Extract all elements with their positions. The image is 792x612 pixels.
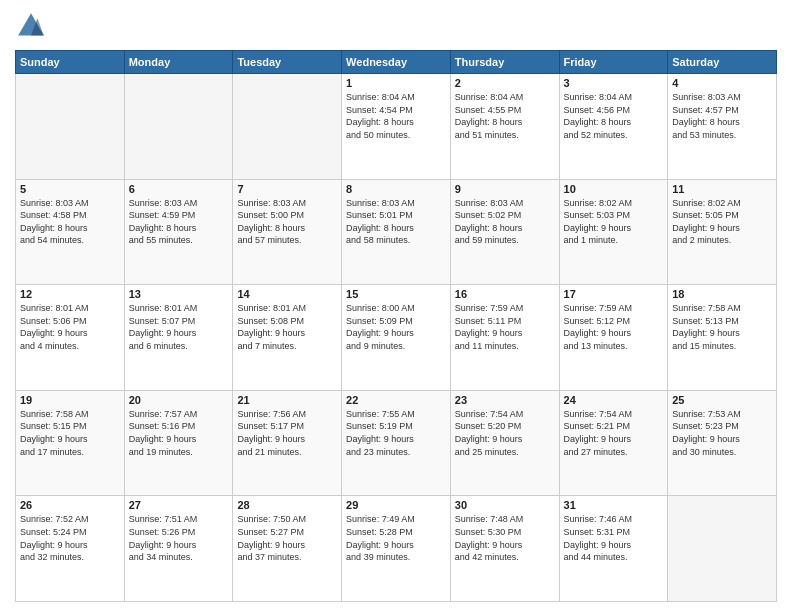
day-info: Sunrise: 8:01 AM Sunset: 5:08 PM Dayligh… (237, 302, 337, 352)
day-number: 7 (237, 183, 337, 195)
day-cell: 6Sunrise: 8:03 AM Sunset: 4:59 PM Daylig… (124, 179, 233, 285)
day-cell: 3Sunrise: 8:04 AM Sunset: 4:56 PM Daylig… (559, 74, 668, 180)
day-info: Sunrise: 7:51 AM Sunset: 5:26 PM Dayligh… (129, 513, 229, 563)
weekday-header-tuesday: Tuesday (233, 51, 342, 74)
page: SundayMondayTuesdayWednesdayThursdayFrid… (0, 0, 792, 612)
day-cell: 14Sunrise: 8:01 AM Sunset: 5:08 PM Dayli… (233, 285, 342, 391)
day-number: 31 (564, 499, 664, 511)
day-info: Sunrise: 8:03 AM Sunset: 5:00 PM Dayligh… (237, 197, 337, 247)
header (15, 10, 777, 42)
day-info: Sunrise: 8:01 AM Sunset: 5:06 PM Dayligh… (20, 302, 120, 352)
day-cell: 30Sunrise: 7:48 AM Sunset: 5:30 PM Dayli… (450, 496, 559, 602)
day-info: Sunrise: 8:01 AM Sunset: 5:07 PM Dayligh… (129, 302, 229, 352)
day-number: 2 (455, 77, 555, 89)
day-number: 24 (564, 394, 664, 406)
day-cell: 9Sunrise: 8:03 AM Sunset: 5:02 PM Daylig… (450, 179, 559, 285)
day-info: Sunrise: 8:03 AM Sunset: 4:57 PM Dayligh… (672, 91, 772, 141)
day-cell: 20Sunrise: 7:57 AM Sunset: 5:16 PM Dayli… (124, 390, 233, 496)
weekday-header-sunday: Sunday (16, 51, 125, 74)
weekday-header-wednesday: Wednesday (342, 51, 451, 74)
day-info: Sunrise: 8:03 AM Sunset: 5:02 PM Dayligh… (455, 197, 555, 247)
day-cell: 27Sunrise: 7:51 AM Sunset: 5:26 PM Dayli… (124, 496, 233, 602)
day-number: 27 (129, 499, 229, 511)
day-number: 30 (455, 499, 555, 511)
day-info: Sunrise: 8:04 AM Sunset: 4:54 PM Dayligh… (346, 91, 446, 141)
day-number: 19 (20, 394, 120, 406)
logo (15, 10, 51, 42)
day-info: Sunrise: 8:03 AM Sunset: 4:58 PM Dayligh… (20, 197, 120, 247)
day-info: Sunrise: 8:04 AM Sunset: 4:55 PM Dayligh… (455, 91, 555, 141)
day-info: Sunrise: 8:02 AM Sunset: 5:03 PM Dayligh… (564, 197, 664, 247)
day-number: 1 (346, 77, 446, 89)
day-cell: 13Sunrise: 8:01 AM Sunset: 5:07 PM Dayli… (124, 285, 233, 391)
day-info: Sunrise: 7:52 AM Sunset: 5:24 PM Dayligh… (20, 513, 120, 563)
day-cell: 26Sunrise: 7:52 AM Sunset: 5:24 PM Dayli… (16, 496, 125, 602)
weekday-header-saturday: Saturday (668, 51, 777, 74)
day-number: 12 (20, 288, 120, 300)
day-number: 8 (346, 183, 446, 195)
day-cell: 10Sunrise: 8:02 AM Sunset: 5:03 PM Dayli… (559, 179, 668, 285)
day-cell: 7Sunrise: 8:03 AM Sunset: 5:00 PM Daylig… (233, 179, 342, 285)
day-info: Sunrise: 7:57 AM Sunset: 5:16 PM Dayligh… (129, 408, 229, 458)
day-number: 6 (129, 183, 229, 195)
day-info: Sunrise: 7:59 AM Sunset: 5:12 PM Dayligh… (564, 302, 664, 352)
week-row-1: 1Sunrise: 8:04 AM Sunset: 4:54 PM Daylig… (16, 74, 777, 180)
day-cell: 4Sunrise: 8:03 AM Sunset: 4:57 PM Daylig… (668, 74, 777, 180)
day-info: Sunrise: 7:48 AM Sunset: 5:30 PM Dayligh… (455, 513, 555, 563)
day-number: 4 (672, 77, 772, 89)
day-number: 5 (20, 183, 120, 195)
day-info: Sunrise: 7:58 AM Sunset: 5:15 PM Dayligh… (20, 408, 120, 458)
day-number: 3 (564, 77, 664, 89)
day-cell: 8Sunrise: 8:03 AM Sunset: 5:01 PM Daylig… (342, 179, 451, 285)
calendar-table: SundayMondayTuesdayWednesdayThursdayFrid… (15, 50, 777, 602)
weekday-header-friday: Friday (559, 51, 668, 74)
day-cell: 2Sunrise: 8:04 AM Sunset: 4:55 PM Daylig… (450, 74, 559, 180)
day-cell (16, 74, 125, 180)
day-number: 18 (672, 288, 772, 300)
day-cell: 1Sunrise: 8:04 AM Sunset: 4:54 PM Daylig… (342, 74, 451, 180)
day-number: 14 (237, 288, 337, 300)
week-row-4: 19Sunrise: 7:58 AM Sunset: 5:15 PM Dayli… (16, 390, 777, 496)
weekday-header-thursday: Thursday (450, 51, 559, 74)
day-cell: 17Sunrise: 7:59 AM Sunset: 5:12 PM Dayli… (559, 285, 668, 391)
day-info: Sunrise: 7:46 AM Sunset: 5:31 PM Dayligh… (564, 513, 664, 563)
day-info: Sunrise: 8:04 AM Sunset: 4:56 PM Dayligh… (564, 91, 664, 141)
day-number: 16 (455, 288, 555, 300)
day-info: Sunrise: 8:03 AM Sunset: 5:01 PM Dayligh… (346, 197, 446, 247)
weekday-header-monday: Monday (124, 51, 233, 74)
day-number: 17 (564, 288, 664, 300)
day-info: Sunrise: 7:53 AM Sunset: 5:23 PM Dayligh… (672, 408, 772, 458)
day-cell: 24Sunrise: 7:54 AM Sunset: 5:21 PM Dayli… (559, 390, 668, 496)
day-cell: 5Sunrise: 8:03 AM Sunset: 4:58 PM Daylig… (16, 179, 125, 285)
day-info: Sunrise: 8:00 AM Sunset: 5:09 PM Dayligh… (346, 302, 446, 352)
day-cell: 29Sunrise: 7:49 AM Sunset: 5:28 PM Dayli… (342, 496, 451, 602)
day-cell: 11Sunrise: 8:02 AM Sunset: 5:05 PM Dayli… (668, 179, 777, 285)
day-cell: 22Sunrise: 7:55 AM Sunset: 5:19 PM Dayli… (342, 390, 451, 496)
day-number: 29 (346, 499, 446, 511)
day-number: 21 (237, 394, 337, 406)
day-number: 25 (672, 394, 772, 406)
day-cell: 15Sunrise: 8:00 AM Sunset: 5:09 PM Dayli… (342, 285, 451, 391)
day-info: Sunrise: 7:50 AM Sunset: 5:27 PM Dayligh… (237, 513, 337, 563)
day-info: Sunrise: 7:56 AM Sunset: 5:17 PM Dayligh… (237, 408, 337, 458)
day-number: 15 (346, 288, 446, 300)
day-cell: 23Sunrise: 7:54 AM Sunset: 5:20 PM Dayli… (450, 390, 559, 496)
day-info: Sunrise: 7:54 AM Sunset: 5:21 PM Dayligh… (564, 408, 664, 458)
day-info: Sunrise: 8:03 AM Sunset: 4:59 PM Dayligh… (129, 197, 229, 247)
day-number: 28 (237, 499, 337, 511)
day-number: 23 (455, 394, 555, 406)
day-info: Sunrise: 7:59 AM Sunset: 5:11 PM Dayligh… (455, 302, 555, 352)
day-info: Sunrise: 7:55 AM Sunset: 5:19 PM Dayligh… (346, 408, 446, 458)
day-cell: 28Sunrise: 7:50 AM Sunset: 5:27 PM Dayli… (233, 496, 342, 602)
day-number: 20 (129, 394, 229, 406)
week-row-5: 26Sunrise: 7:52 AM Sunset: 5:24 PM Dayli… (16, 496, 777, 602)
day-cell: 16Sunrise: 7:59 AM Sunset: 5:11 PM Dayli… (450, 285, 559, 391)
day-number: 22 (346, 394, 446, 406)
day-info: Sunrise: 7:49 AM Sunset: 5:28 PM Dayligh… (346, 513, 446, 563)
week-row-2: 5Sunrise: 8:03 AM Sunset: 4:58 PM Daylig… (16, 179, 777, 285)
day-number: 26 (20, 499, 120, 511)
day-cell: 18Sunrise: 7:58 AM Sunset: 5:13 PM Dayli… (668, 285, 777, 391)
day-number: 13 (129, 288, 229, 300)
day-cell: 21Sunrise: 7:56 AM Sunset: 5:17 PM Dayli… (233, 390, 342, 496)
day-cell (124, 74, 233, 180)
